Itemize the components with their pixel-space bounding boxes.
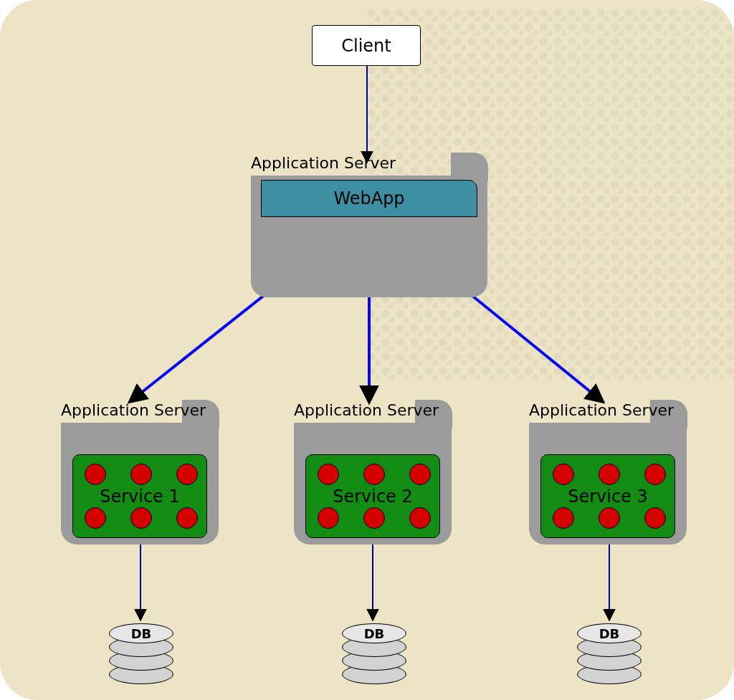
ejb-dot-icon [644, 507, 666, 529]
diagram-canvas: Client Application Server WebApp Applica… [0, 0, 734, 700]
ejb-dot-icon [85, 464, 106, 485]
ejb-dot-icon [176, 464, 198, 485]
ejb-dot-icon [176, 507, 198, 529]
ejb-dot-icon [363, 464, 385, 485]
ejb-dot-icon [553, 464, 574, 485]
server-flap-icon [451, 153, 488, 181]
service-server-2: Application Server Service 2 [294, 423, 452, 545]
ejb-dot-icon [85, 507, 106, 529]
service-server-2-title: Application Server [294, 401, 439, 419]
ejb-dot-icon [130, 507, 152, 529]
webapp-server-title: Application Server [251, 154, 396, 172]
service-server-3-title: Application Server [529, 401, 674, 419]
service-3-chip: Service 3 [540, 454, 675, 538]
ejb-dot-icon [553, 507, 574, 529]
db-1: DB [109, 623, 172, 684]
service-server-3: Application Server Service 3 [529, 423, 687, 545]
connector-layer [0, 0, 734, 700]
ejb-dot-icon [318, 464, 339, 485]
webapp-label: WebApp [333, 188, 404, 208]
webapp-bar: WebApp [261, 180, 477, 217]
service-2-label: Service 2 [333, 486, 413, 507]
service-server-1: Application Server Service 1 [61, 423, 219, 545]
ejb-dot-icon [130, 464, 152, 485]
service-3-label: Service 3 [568, 486, 648, 507]
ejb-dot-icon [599, 507, 620, 529]
db-2-label: DB [342, 623, 406, 643]
ejb-dot-icon [409, 464, 431, 485]
ejb-dot-icon [644, 464, 666, 485]
service-1-chip: Service 1 [72, 454, 207, 538]
ejb-dot-icon [599, 464, 620, 485]
webapp-server: Application Server WebApp [251, 176, 487, 297]
service-1-label: Service 1 [100, 486, 180, 507]
service-2-chip: Service 2 [305, 454, 440, 538]
service-server-1-title: Application Server [61, 401, 206, 419]
db-2: DB [342, 623, 405, 684]
db-1-label: DB [109, 623, 173, 643]
client-node: Client [312, 25, 421, 66]
db-3-label: DB [577, 623, 642, 643]
ejb-dot-icon [409, 507, 431, 529]
ejb-dot-icon [318, 507, 339, 529]
client-label: Client [341, 36, 391, 56]
db-3: DB [577, 623, 640, 684]
ejb-dot-icon [363, 507, 385, 529]
